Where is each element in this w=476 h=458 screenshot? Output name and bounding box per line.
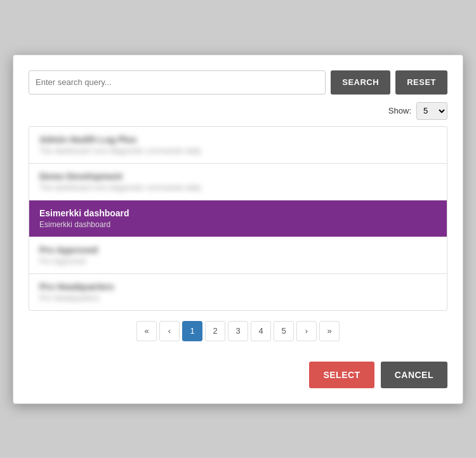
search-input[interactable]	[29, 70, 326, 95]
list-item[interactable]: Pro Headquarters Pro Headquarters	[29, 274, 447, 310]
list-item-title: Pro Approved	[39, 245, 437, 255]
list-item-subtitle: Pro Headquarters	[39, 294, 437, 303]
pagination-first[interactable]: «	[136, 321, 157, 341]
list-item-selected[interactable]: Esimerkki dashboard Esimerkki dashboard	[29, 200, 447, 237]
pagination: « ‹ 1 2 3 4 5 › »	[29, 321, 447, 341]
show-row: Show: 5 10 20 50	[29, 102, 447, 120]
search-button[interactable]: SEARCH	[331, 70, 390, 95]
pagination-last[interactable]: »	[319, 321, 340, 341]
list-container: Admin Health Log Plus The dashboard runs…	[29, 126, 447, 311]
list-item-subtitle: The dashboard runs diagnostic commands d…	[39, 147, 437, 155]
list-item[interactable]: Admin Health Log Plus The dashboard runs…	[29, 127, 447, 164]
list-item-subtitle: Pro Approved	[39, 257, 437, 266]
pagination-next[interactable]: ›	[296, 321, 317, 341]
list-item-title: Esimerkki dashboard	[39, 208, 437, 218]
list-item-title: Pro Headquarters	[39, 282, 437, 292]
search-row: SEARCH RESET	[29, 70, 447, 95]
pagination-page-1[interactable]: 1	[182, 321, 202, 341]
show-label: Show:	[388, 106, 411, 115]
list-item[interactable]: Pro Approved Pro Approved	[29, 237, 447, 274]
pagination-page-5[interactable]: 5	[274, 321, 294, 341]
modal-dialog: SEARCH RESET Show: 5 10 20 50 Admin Heal…	[13, 55, 463, 404]
list-item-subtitle: Esimerkki dashboard	[39, 220, 437, 229]
list-item[interactable]: Demo Development The dashboard runs diag…	[29, 164, 447, 200]
cancel-button[interactable]: CANCEL	[381, 362, 447, 388]
select-button[interactable]: SELECT	[309, 362, 374, 388]
show-select[interactable]: 5 10 20 50	[416, 102, 447, 120]
pagination-page-4[interactable]: 4	[251, 321, 271, 341]
pagination-page-2[interactable]: 2	[205, 321, 225, 341]
list-item-title: Demo Development	[39, 171, 437, 181]
list-item-title: Admin Health Log Plus	[39, 134, 437, 145]
list-item-subtitle: The dashboard runs diagnostic commands d…	[39, 183, 437, 192]
footer-row: SELECT CANCEL	[29, 362, 447, 388]
reset-button[interactable]: RESET	[395, 70, 447, 95]
pagination-prev[interactable]: ‹	[159, 321, 180, 341]
pagination-page-3[interactable]: 3	[228, 321, 248, 341]
